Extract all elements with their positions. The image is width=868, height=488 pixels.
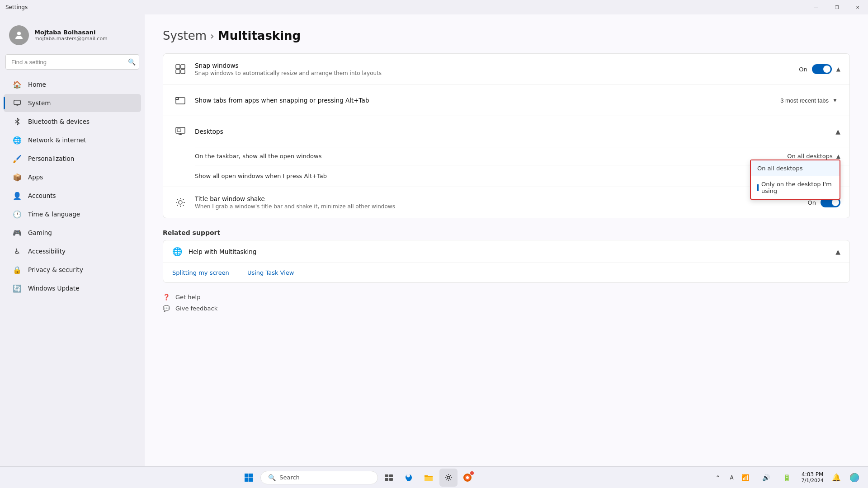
svg-rect-6 bbox=[176, 98, 185, 104]
show-tabs-control: 3 most recent tabs ▼ bbox=[778, 95, 840, 106]
support-help-title: Help with Multitasking bbox=[189, 248, 256, 255]
search-bar: 🔍 bbox=[5, 54, 139, 70]
desktops-title-text: Desktops bbox=[195, 128, 835, 135]
network-icon: 🌐 bbox=[13, 136, 22, 145]
snap-windows-toggle[interactable] bbox=[812, 64, 832, 74]
sidebar-item-system-label: System bbox=[28, 99, 51, 107]
volume-button[interactable]: 🔊 bbox=[757, 469, 775, 487]
system-tray-expand[interactable]: ⌃ bbox=[709, 469, 727, 487]
footer-links: ❓ Get help 💬 Give feedback bbox=[163, 294, 850, 312]
sidebar-item-network[interactable]: 🌐 Network & internet bbox=[4, 131, 141, 149]
show-tabs-icon bbox=[172, 92, 189, 108]
settings-card-main: Snap windows Snap windows to automatical… bbox=[163, 53, 850, 218]
desktops-header: Desktops ▲ bbox=[163, 116, 849, 147]
svg-rect-11 bbox=[245, 474, 249, 478]
setting-snap-windows: Snap windows Snap windows to automatical… bbox=[163, 54, 849, 85]
taskbar: 🔍 Search bbox=[0, 466, 868, 488]
sidebar-item-accessibility[interactable]: ♿ Accessibility bbox=[4, 242, 141, 260]
svg-rect-9 bbox=[177, 129, 181, 131]
avatar bbox=[9, 25, 29, 45]
sidebar-item-apps[interactable]: 📦 Apps bbox=[4, 168, 141, 186]
support-header[interactable]: 🌐 Help with Multitasking ▲ bbox=[163, 240, 849, 263]
desktop-taskbar-dropdown-value: On all desktops bbox=[787, 153, 833, 160]
taskbar-search-text: Search bbox=[279, 474, 300, 481]
svg-rect-14 bbox=[249, 478, 253, 482]
profile-text: Mojtaba Bolhasani mojtaba.masters@gmail.… bbox=[34, 29, 108, 42]
support-links: Splitting my screen Using Task View bbox=[163, 263, 849, 282]
nav-list: 🏠 Home System Bluetooth & de bbox=[0, 75, 145, 298]
sidebar-item-privacy[interactable]: 🔒 Privacy & security bbox=[4, 261, 141, 279]
svg-rect-18 bbox=[389, 478, 393, 481]
svg-rect-3 bbox=[181, 65, 185, 69]
title-bar-left: Settings bbox=[5, 4, 28, 10]
task-view-button[interactable] bbox=[380, 469, 398, 487]
desktop-taskbar-dropdown-wrap: On all desktops ▲ On all desktops bbox=[787, 153, 840, 160]
sidebar-item-time[interactable]: 🕐 Time & language bbox=[4, 205, 141, 223]
edge-browser-button[interactable] bbox=[400, 469, 418, 487]
wifi-button[interactable]: 📶 bbox=[736, 469, 755, 487]
notification-button[interactable]: 🔔 bbox=[829, 470, 844, 485]
svg-rect-15 bbox=[385, 474, 388, 477]
sidebar-profile[interactable]: Mojtaba Bolhasani mojtaba.masters@gmail.… bbox=[0, 20, 145, 54]
svg-point-10 bbox=[179, 201, 182, 204]
sidebar-item-personalization[interactable]: 🖌️ Personalization bbox=[4, 150, 141, 168]
related-support: Related support 🌐 Help with Multitasking… bbox=[163, 229, 850, 283]
maximize-button[interactable]: ❐ bbox=[826, 0, 847, 14]
support-link-taskview[interactable]: Using Task View bbox=[247, 269, 294, 276]
sidebar-item-system[interactable]: System bbox=[4, 94, 141, 112]
search-input[interactable] bbox=[5, 54, 139, 70]
get-help-link[interactable]: ❓ Get help bbox=[163, 294, 850, 300]
breadcrumb-parent[interactable]: System bbox=[163, 29, 207, 42]
taskbar-settings-button[interactable] bbox=[439, 469, 458, 487]
taskbar-brave-button[interactable] bbox=[459, 469, 476, 486]
sidebar-item-accounts[interactable]: 👤 Accounts bbox=[4, 187, 141, 205]
app-window: Mojtaba Bolhasani mojtaba.masters@gmail.… bbox=[0, 14, 868, 466]
battery-button[interactable]: 🔋 bbox=[778, 469, 796, 487]
svg-rect-1 bbox=[14, 100, 20, 105]
support-link-splitting[interactable]: Splitting my screen bbox=[172, 269, 229, 276]
svg-rect-17 bbox=[385, 478, 388, 481]
desktops-chevron-icon[interactable]: ▲ bbox=[835, 128, 840, 135]
titlebar-shake-icon bbox=[172, 194, 189, 211]
sidebar-item-accounts-label: Accounts bbox=[28, 192, 56, 199]
sidebar-item-winupdate[interactable]: 🔄 Windows Update bbox=[4, 279, 141, 297]
support-collapse-icon: ▲ bbox=[835, 248, 840, 255]
sidebar-item-home[interactable]: 🏠 Home bbox=[4, 75, 141, 94]
snap-windows-chevron[interactable]: ▲ bbox=[836, 66, 840, 72]
titlebar-shake-title: Title bar window shake bbox=[195, 195, 808, 202]
give-feedback-label: Give feedback bbox=[175, 305, 217, 312]
show-tabs-chevron-icon: ▼ bbox=[832, 97, 838, 103]
dropdown-option-current-desktop[interactable]: Only on the desktop I'm using bbox=[751, 176, 840, 199]
sidebar-item-gaming[interactable]: 🎮 Gaming bbox=[4, 224, 141, 242]
snap-windows-title: Snap windows bbox=[195, 62, 799, 69]
accounts-icon: 👤 bbox=[13, 191, 22, 200]
file-explorer-button[interactable] bbox=[420, 469, 438, 487]
brave-badge bbox=[470, 471, 474, 475]
taskbar-right: ⌃ A 📶 🔊 🔋 4:03 PM 7/1/2024 🔔 bbox=[709, 469, 863, 487]
dropdown-option-all-desktops[interactable]: On all desktops bbox=[751, 160, 840, 176]
winupdate-icon: 🔄 bbox=[13, 284, 22, 293]
clock[interactable]: 4:03 PM 7/1/2024 bbox=[799, 470, 826, 484]
desktop-taskbar-label: On the taskbar, show all the open window… bbox=[195, 153, 787, 160]
color-widget[interactable] bbox=[846, 469, 863, 486]
svg-rect-12 bbox=[249, 474, 253, 478]
start-button[interactable] bbox=[239, 468, 259, 488]
show-tabs-text: Show tabs from apps when snapping or pre… bbox=[195, 97, 778, 104]
show-tabs-dropdown[interactable]: 3 most recent tabs ▼ bbox=[778, 95, 840, 106]
home-icon: 🏠 bbox=[13, 80, 22, 89]
taskbar-search[interactable]: 🔍 Search bbox=[260, 471, 378, 484]
app-title: Settings bbox=[5, 4, 28, 10]
close-button[interactable]: ✕ bbox=[847, 0, 868, 14]
give-feedback-link[interactable]: 💬 Give feedback bbox=[163, 305, 850, 312]
svg-point-22 bbox=[466, 476, 469, 479]
desktop-taskbar-dropdown-trigger[interactable]: On all desktops ▲ bbox=[787, 153, 840, 160]
input-indicator: A bbox=[730, 474, 733, 481]
titlebar-shake-desc: When I grab a window's title bar and sha… bbox=[195, 203, 808, 210]
sidebar-item-bluetooth[interactable]: Bluetooth & devices bbox=[4, 113, 141, 131]
desktops-icon bbox=[172, 123, 189, 140]
sidebar-item-apps-label: Apps bbox=[28, 174, 43, 181]
desktop-taskbar-row: On the taskbar, show all the open window… bbox=[195, 147, 849, 165]
minimize-button[interactable]: — bbox=[806, 0, 826, 14]
breadcrumb-current: Multitasking bbox=[218, 29, 301, 42]
give-feedback-icon: 💬 bbox=[163, 305, 170, 312]
